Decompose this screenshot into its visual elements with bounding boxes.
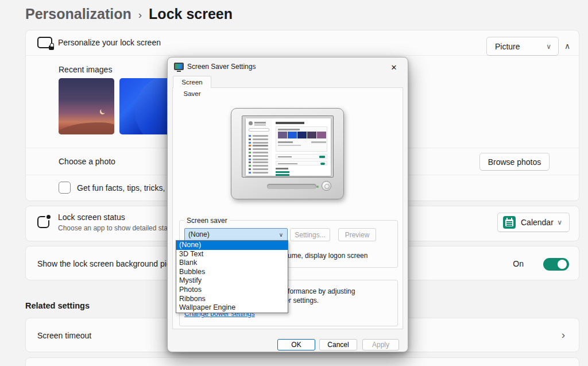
- dune-graphic: [59, 121, 114, 134]
- dialog-tab-page: Screen saver (None) ∨ Settings... Previe…: [172, 87, 403, 329]
- mini-card-header: [278, 129, 300, 130]
- dropdown-item[interactable]: Bubbles: [176, 268, 288, 277]
- toggle-state-label: On: [513, 259, 524, 268]
- screen-saver-group-label: Screen saver: [184, 217, 230, 225]
- mini-row-line: [278, 145, 301, 146]
- mini-sidebar: [246, 118, 272, 176]
- toggle-knob: [558, 260, 567, 269]
- mini-settings-window: [246, 118, 331, 176]
- mini-personalize-card: [276, 126, 327, 152]
- cancel-button[interactable]: Cancel: [319, 339, 357, 350]
- preview-button[interactable]: Preview: [338, 228, 376, 241]
- breadcrumb-personalization[interactable]: Personalization: [25, 6, 131, 22]
- mini-main-pane: [276, 118, 328, 176]
- calendar-icon-body: [505, 219, 513, 226]
- lock-screen-status-title: Lock screen status: [58, 213, 125, 222]
- personalize-header-row: Personalize your lock screen Picture ∨ ∧: [26, 30, 579, 56]
- close-icon: ✕: [391, 63, 397, 72]
- crescent-moon-graphic: [101, 108, 106, 113]
- monitor-led: [316, 186, 319, 188]
- close-button[interactable]: ✕: [388, 61, 400, 73]
- page-title: Lock screen: [149, 6, 233, 22]
- dialog-titlebar[interactable]: Screen Saver Settings ✕: [168, 57, 408, 76]
- status-app-dropdown[interactable]: Calendar ∨: [497, 213, 570, 232]
- mini-toggle-row: [276, 161, 327, 165]
- mini-section-heading: [276, 168, 288, 169]
- lock-screen-type-dropdown[interactable]: Picture ∨: [486, 37, 559, 56]
- mini-user-name: [254, 122, 266, 124]
- related-settings-heading: Related settings: [25, 301, 90, 310]
- mini-breadcrumb: [276, 122, 304, 124]
- dropdown-item[interactable]: Blank: [176, 259, 288, 268]
- ok-button[interactable]: OK: [277, 339, 315, 350]
- recent-images-label: Recent images: [59, 65, 112, 74]
- chevron-down-icon: ∨: [546, 43, 551, 51]
- screen-saver-dropdown-list: (None)3D TextBlankBubblesMystifyPhotosRi…: [176, 240, 288, 313]
- screen-saver-settings-dialog: Screen Saver Settings ✕ Screen Saver: [167, 57, 408, 352]
- breadcrumb-separator-icon: ›: [138, 9, 142, 21]
- lock-screen-type-value: Picture: [495, 42, 520, 51]
- status-app-value: Calendar: [521, 218, 554, 227]
- chevron-down-icon: ∨: [279, 229, 283, 241]
- display-settings-icon: [174, 63, 184, 70]
- dropdown-item[interactable]: Mystify: [176, 276, 288, 286]
- lock-screen-icon: [37, 37, 52, 48]
- collapse-card-button[interactable]: ∧: [559, 38, 575, 54]
- settings-button[interactable]: Settings...: [290, 228, 330, 241]
- chevron-up-icon: ∧: [564, 41, 570, 51]
- monitor-power-button: [322, 181, 331, 191]
- chevron-down-icon: ∨: [557, 218, 562, 226]
- screen-timeout-label: Screen timeout: [37, 331, 91, 340]
- lock-screen-status-icon: [37, 216, 49, 228]
- dropdown-item[interactable]: 3D Text: [176, 250, 288, 259]
- recent-image-desert-thumbnail[interactable]: [59, 78, 114, 134]
- monitor-preview: [231, 108, 344, 199]
- calendar-icon: [503, 216, 516, 229]
- padlock-icon: [49, 45, 54, 50]
- mini-row-line: [278, 141, 293, 143]
- mini-avatar: [249, 121, 253, 125]
- dropdown-item[interactable]: Wallpaper Engine: [176, 303, 288, 313]
- mini-search-box: [249, 128, 269, 132]
- tab-screen-saver[interactable]: Screen Saver: [173, 76, 211, 88]
- dropdown-item[interactable]: Ribbons: [176, 295, 288, 304]
- fun-facts-checkbox[interactable]: [59, 182, 71, 194]
- dialog-title: Screen Saver Settings: [187, 63, 256, 71]
- mini-nav-list: [249, 135, 270, 175]
- monitor-screen: [242, 115, 334, 178]
- choose-photo-label: Choose a photo: [59, 157, 115, 166]
- lock-screen-settings-page: Personalization › Lock screen Personaliz…: [0, 0, 588, 366]
- mini-links: [276, 171, 289, 173]
- mini-thumbnails: [278, 132, 326, 138]
- monitor-vent-slot: [267, 184, 316, 189]
- breadcrumb: Personalization › Lock screen: [25, 6, 233, 22]
- dropdown-item[interactable]: (None): [176, 241, 288, 250]
- mini-status-row: [276, 154, 327, 159]
- chevron-right-icon: ›: [562, 329, 565, 341]
- personalize-title: Personalize your lock screen: [58, 38, 161, 47]
- screen-saver-combobox-value: (None): [188, 230, 210, 238]
- show-background-toggle[interactable]: [543, 258, 569, 271]
- partial-card: [25, 357, 579, 366]
- dropdown-item[interactable]: Photos: [176, 286, 288, 295]
- apply-button[interactable]: Apply: [362, 339, 399, 350]
- browse-photos-button[interactable]: Browse photos: [479, 153, 550, 171]
- screen-saver-combobox[interactable]: (None) ∨: [184, 228, 288, 241]
